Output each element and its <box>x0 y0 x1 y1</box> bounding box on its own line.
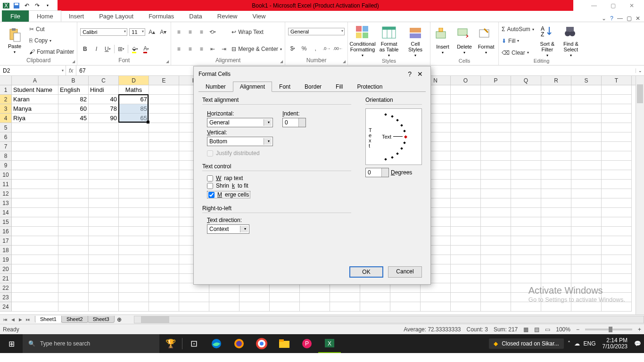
cell-O14[interactable] <box>451 208 481 217</box>
cloud-icon[interactable]: ☁ <box>574 340 580 347</box>
cell-A24[interactable] <box>12 302 58 312</box>
cell-C7[interactable] <box>89 142 119 151</box>
cell-R10[interactable] <box>541 170 571 180</box>
cell-A19[interactable] <box>12 255 58 264</box>
cell-D18[interactable] <box>119 246 149 255</box>
cell-A12[interactable] <box>12 189 58 198</box>
row-header-21[interactable]: 21 <box>0 274 11 283</box>
row-header-15[interactable]: 15 <box>0 217 11 227</box>
cell-S14[interactable] <box>571 208 602 217</box>
cell-C4[interactable]: 90 <box>89 114 119 123</box>
cell-P3[interactable] <box>481 104 511 114</box>
zoom-in-icon[interactable]: + <box>638 326 641 333</box>
cell-S2[interactable] <box>571 95 602 104</box>
cell-B5[interactable] <box>58 123 89 132</box>
comma-icon[interactable]: , <box>311 44 320 53</box>
sheet-prev-icon[interactable]: ◀ <box>9 317 16 322</box>
cell-D7[interactable] <box>119 142 149 151</box>
cell-J23[interactable] <box>300 293 330 302</box>
view-layout-icon[interactable]: ▤ <box>534 326 539 333</box>
cell-E21[interactable] <box>149 274 179 283</box>
cell-C14[interactable] <box>89 208 119 217</box>
cell-S6[interactable] <box>571 132 602 142</box>
paste-button[interactable]: Paste ▾ <box>3 24 26 57</box>
cell-R12[interactable] <box>541 189 571 198</box>
cell-Q1[interactable] <box>511 85 541 95</box>
delete-button[interactable]: ✕Delete▾ <box>455 24 474 58</box>
cell-T21[interactable] <box>602 274 632 283</box>
cell-Q20[interactable] <box>511 264 541 274</box>
cell-R13[interactable] <box>541 198 571 208</box>
cell-O9[interactable] <box>451 161 481 170</box>
sheet-last-icon[interactable]: ⏭ <box>25 317 31 322</box>
select-all-corner[interactable] <box>0 76 12 85</box>
cell-R18[interactable] <box>541 246 571 255</box>
chrome-icon[interactable] <box>250 334 273 353</box>
cell-R17[interactable] <box>541 236 571 246</box>
cell-E22[interactable] <box>149 283 179 293</box>
files-icon[interactable] <box>273 334 296 353</box>
wrap-text-button[interactable]: ↩Wrap Text <box>231 29 282 35</box>
cell-P23[interactable] <box>481 293 511 302</box>
merge-center-button[interactable]: ⊟Merge & Center ▾ <box>231 46 282 52</box>
cell-D19[interactable] <box>119 255 149 264</box>
cell-T9[interactable] <box>602 161 632 170</box>
dialog-launcher-icon[interactable]: ◢ <box>280 59 283 64</box>
cell-E24[interactable] <box>149 302 179 312</box>
dialog-tab-alignment[interactable]: Alignment <box>233 82 272 92</box>
insert-button[interactable]: Insert▾ <box>433 24 452 58</box>
dialog-close-icon[interactable]: ✕ <box>414 70 426 78</box>
zoom-slider[interactable] <box>585 329 632 330</box>
cell-Q12[interactable] <box>511 189 541 198</box>
cell-R3[interactable] <box>541 104 571 114</box>
ribbon-tab-formulas[interactable]: Formulas <box>141 10 182 22</box>
cell-E17[interactable] <box>149 236 179 246</box>
cell-S15[interactable] <box>571 217 602 227</box>
name-box[interactable]: D2 <box>0 66 66 75</box>
vertical-combo[interactable]: Bottom▾ <box>207 137 273 146</box>
cell-B8[interactable] <box>58 151 89 161</box>
cell-S4[interactable] <box>571 114 602 123</box>
window-min-icon[interactable]: — <box>617 15 623 22</box>
orientation-icon[interactable]: ⟲▾ <box>208 27 217 37</box>
cell-R19[interactable] <box>541 255 571 264</box>
cell-T13[interactable] <box>602 198 632 208</box>
cell-T18[interactable] <box>602 246 632 255</box>
cell-E16[interactable] <box>149 227 179 236</box>
dialog-tab-fill[interactable]: Fill <box>329 82 350 92</box>
format-as-table-button[interactable]: Format as Table▾ <box>377 24 401 58</box>
cell-Q19[interactable] <box>511 255 541 264</box>
cell-K23[interactable] <box>330 293 360 302</box>
file-tab[interactable]: File <box>2 10 29 22</box>
cell-P1[interactable] <box>481 85 511 95</box>
decrease-decimal-icon[interactable]: .00← <box>333 44 343 53</box>
cell-J22[interactable] <box>300 283 330 293</box>
cell-O20[interactable] <box>451 264 481 274</box>
cell-D2[interactable]: 67 <box>119 95 149 104</box>
cell-P12[interactable] <box>481 189 511 198</box>
cell-C10[interactable] <box>89 170 119 180</box>
fx-icon[interactable]: fx <box>66 66 76 75</box>
undo-icon[interactable]: ↶ <box>23 1 31 10</box>
cell-T15[interactable] <box>602 217 632 227</box>
cell-S13[interactable] <box>571 198 602 208</box>
cell-B15[interactable] <box>58 217 89 227</box>
cell-T6[interactable] <box>602 132 632 142</box>
col-header-P[interactable]: P <box>481 76 511 85</box>
cell-E12[interactable] <box>149 189 179 198</box>
cell-P14[interactable] <box>481 208 511 217</box>
cell-styles-button[interactable]: Cell Styles▾ <box>404 24 427 58</box>
align-right-icon[interactable]: ≡ <box>197 44 206 54</box>
cell-Q6[interactable] <box>511 132 541 142</box>
firefox-icon[interactable] <box>228 334 250 353</box>
cell-P13[interactable] <box>481 198 511 208</box>
cell-M22[interactable] <box>390 283 421 293</box>
font-size-combo[interactable]: 11 <box>129 28 145 36</box>
cell-R23[interactable] <box>541 293 571 302</box>
cell-T2[interactable] <box>602 95 632 104</box>
cell-C17[interactable] <box>89 236 119 246</box>
cell-N22[interactable] <box>421 283 451 293</box>
cell-T7[interactable] <box>602 142 632 151</box>
cell-D14[interactable] <box>119 208 149 217</box>
cell-B14[interactable] <box>58 208 89 217</box>
